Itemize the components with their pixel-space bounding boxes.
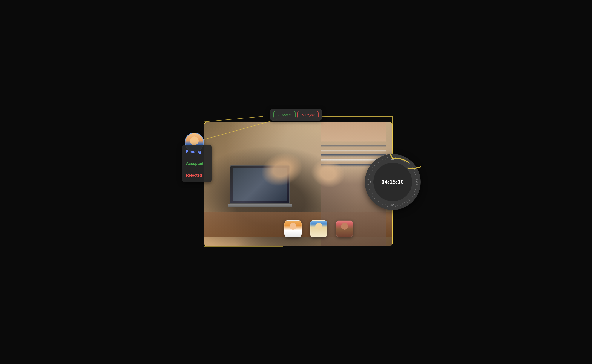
svg-line-43 bbox=[374, 198, 375, 199]
clock-time-display: 04:15:10 bbox=[382, 179, 404, 185]
svg-line-21 bbox=[416, 184, 418, 185]
avatar-bottom-1 bbox=[284, 220, 302, 237]
svg-line-58 bbox=[376, 163, 377, 164]
svg-line-15 bbox=[413, 169, 415, 170]
reject-icon: ✕ bbox=[301, 113, 304, 117]
svg-line-30 bbox=[404, 202, 405, 204]
accept-button[interactable]: ✓ Accept bbox=[273, 111, 296, 118]
svg-line-39 bbox=[382, 203, 383, 205]
svg-line-62 bbox=[385, 158, 385, 160]
svg-line-17 bbox=[415, 174, 417, 175]
clock-label-06: 06 bbox=[391, 204, 394, 207]
video-background bbox=[204, 122, 392, 246]
avatar-face-3 bbox=[336, 221, 353, 237]
svg-line-38 bbox=[385, 205, 385, 206]
bottom-avatars-container bbox=[284, 220, 353, 237]
avatar-face-1 bbox=[285, 221, 301, 237]
svg-line-46 bbox=[369, 192, 371, 192]
clock-label-03: 03 bbox=[415, 181, 418, 184]
svg-line-42 bbox=[376, 200, 377, 201]
accept-label: Accept bbox=[282, 113, 291, 117]
status-rejected: Rejected bbox=[186, 172, 202, 178]
status-accepted: Accepted bbox=[186, 160, 203, 167]
scene-container: ✓ Accept ✕ Reject Pending Accepted Rejec… bbox=[178, 105, 414, 259]
svg-line-49 bbox=[368, 184, 369, 185]
svg-line-29 bbox=[407, 201, 408, 202]
svg-line-23 bbox=[415, 189, 417, 190]
svg-line-13 bbox=[410, 165, 412, 166]
svg-line-34 bbox=[395, 205, 395, 207]
laptop-base bbox=[228, 204, 292, 207]
svg-line-3 bbox=[204, 117, 263, 122]
video-frame bbox=[204, 122, 393, 247]
svg-line-18 bbox=[416, 177, 418, 177]
clock-outer-ring: 12 03 06 09 04:15:10 bbox=[365, 154, 421, 210]
svg-line-55 bbox=[371, 169, 373, 170]
svg-line-12 bbox=[409, 163, 410, 164]
avatar-bottom-3 bbox=[336, 220, 353, 237]
clock-label-09: 09 bbox=[368, 181, 371, 184]
svg-line-31 bbox=[402, 203, 403, 205]
svg-line-26 bbox=[412, 196, 413, 197]
status-panel: Pending Accepted Rejected bbox=[182, 145, 212, 182]
svg-line-16 bbox=[414, 172, 416, 172]
svg-line-24 bbox=[414, 192, 416, 192]
svg-line-61 bbox=[382, 159, 383, 160]
svg-line-37 bbox=[387, 205, 388, 207]
svg-line-51 bbox=[368, 179, 369, 180]
avatar-bottom-2 bbox=[310, 220, 327, 237]
svg-line-28 bbox=[409, 200, 410, 201]
svg-line-36 bbox=[390, 205, 390, 207]
svg-line-52 bbox=[368, 177, 370, 177]
svg-line-45 bbox=[371, 194, 373, 195]
svg-line-56 bbox=[372, 167, 374, 168]
svg-line-40 bbox=[380, 202, 381, 204]
clock-inner-display: 04:15:10 bbox=[373, 163, 412, 201]
clock-label-12: 12 bbox=[391, 157, 394, 160]
svg-line-33 bbox=[398, 205, 398, 207]
svg-line-53 bbox=[369, 174, 370, 175]
svg-line-63 bbox=[387, 157, 388, 159]
svg-line-60 bbox=[380, 160, 381, 162]
svg-line-48 bbox=[368, 187, 370, 187]
connector-pending-accepted bbox=[187, 155, 187, 160]
avatar-face-2 bbox=[311, 221, 327, 237]
svg-line-59 bbox=[378, 162, 379, 163]
clock-widget: 12 03 06 09 04:15:10 bbox=[365, 154, 421, 210]
reject-button[interactable]: ✕ Reject bbox=[297, 111, 319, 118]
svg-line-32 bbox=[400, 205, 401, 206]
svg-line-64 bbox=[390, 157, 390, 159]
accept-icon: ✓ bbox=[277, 113, 280, 117]
svg-line-22 bbox=[416, 187, 418, 187]
status-pending: Pending bbox=[186, 149, 201, 155]
connector-accepted-rejected bbox=[187, 167, 187, 172]
svg-line-27 bbox=[410, 198, 412, 199]
svg-line-25 bbox=[413, 194, 415, 195]
svg-line-47 bbox=[369, 189, 370, 190]
svg-line-57 bbox=[374, 165, 375, 166]
accept-reject-toolbar: ✓ Accept ✕ Reject bbox=[270, 109, 322, 121]
svg-line-44 bbox=[372, 196, 374, 197]
svg-line-41 bbox=[378, 201, 379, 202]
svg-line-19 bbox=[416, 179, 418, 180]
reject-label: Reject bbox=[305, 113, 315, 117]
svg-line-54 bbox=[369, 172, 371, 172]
